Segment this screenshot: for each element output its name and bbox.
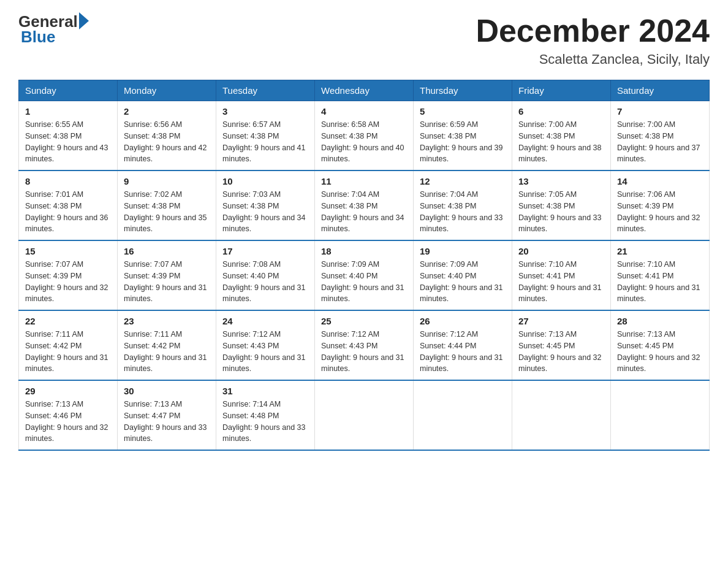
day-number: 29 bbox=[25, 386, 111, 396]
calendar-day-cell: 23 Sunrise: 7:11 AMSunset: 4:42 PMDaylig… bbox=[118, 310, 216, 380]
day-info: Sunrise: 6:57 AMSunset: 4:38 PMDaylight:… bbox=[222, 119, 308, 165]
day-number: 7 bbox=[617, 106, 703, 117]
day-number: 31 bbox=[222, 386, 308, 396]
weekday-header-thursday: Thursday bbox=[414, 80, 512, 101]
day-info: Sunrise: 7:00 AMSunset: 4:38 PMDaylight:… bbox=[518, 119, 604, 165]
day-number: 3 bbox=[222, 106, 308, 117]
weekday-header-wednesday: Wednesday bbox=[315, 80, 414, 101]
day-number: 20 bbox=[518, 246, 604, 256]
day-number: 12 bbox=[420, 176, 506, 186]
day-number: 8 bbox=[25, 176, 111, 186]
calendar-week-row: 15 Sunrise: 7:07 AMSunset: 4:39 PMDaylig… bbox=[19, 240, 710, 310]
day-number: 18 bbox=[321, 246, 407, 256]
day-number: 21 bbox=[617, 246, 703, 256]
day-info: Sunrise: 7:13 AMSunset: 4:45 PMDaylight:… bbox=[617, 329, 703, 375]
logo: General Blue bbox=[18, 12, 89, 47]
day-info: Sunrise: 7:09 AMSunset: 4:40 PMDaylight:… bbox=[420, 259, 506, 305]
weekday-header-saturday: Saturday bbox=[611, 80, 710, 101]
calendar-day-cell bbox=[414, 380, 512, 450]
day-info: Sunrise: 7:12 AMSunset: 4:44 PMDaylight:… bbox=[420, 329, 506, 375]
calendar-day-cell: 22 Sunrise: 7:11 AMSunset: 4:42 PMDaylig… bbox=[19, 310, 118, 380]
calendar-day-cell: 21 Sunrise: 7:10 AMSunset: 4:41 PMDaylig… bbox=[611, 240, 710, 310]
page-header: General Blue December 2024 Scaletta Zanc… bbox=[18, 12, 710, 67]
calendar-day-cell: 12 Sunrise: 7:04 AMSunset: 4:38 PMDaylig… bbox=[414, 170, 512, 240]
day-info: Sunrise: 7:14 AMSunset: 4:48 PMDaylight:… bbox=[222, 399, 308, 445]
calendar-week-row: 8 Sunrise: 7:01 AMSunset: 4:38 PMDayligh… bbox=[19, 170, 710, 240]
day-info: Sunrise: 7:10 AMSunset: 4:41 PMDaylight:… bbox=[617, 259, 703, 305]
day-info: Sunrise: 7:13 AMSunset: 4:45 PMDaylight:… bbox=[518, 329, 604, 375]
day-number: 15 bbox=[25, 246, 111, 256]
calendar-day-cell: 30 Sunrise: 7:13 AMSunset: 4:47 PMDaylig… bbox=[118, 380, 216, 450]
day-info: Sunrise: 7:05 AMSunset: 4:38 PMDaylight:… bbox=[518, 189, 604, 235]
day-info: Sunrise: 7:01 AMSunset: 4:38 PMDaylight:… bbox=[25, 189, 111, 235]
day-number: 11 bbox=[321, 176, 407, 186]
calendar-day-cell: 31 Sunrise: 7:14 AMSunset: 4:48 PMDaylig… bbox=[216, 380, 315, 450]
day-info: Sunrise: 7:00 AMSunset: 4:38 PMDaylight:… bbox=[617, 119, 703, 165]
calendar-day-cell: 17 Sunrise: 7:08 AMSunset: 4:40 PMDaylig… bbox=[216, 240, 315, 310]
weekday-header-tuesday: Tuesday bbox=[216, 80, 315, 101]
calendar-day-cell: 7 Sunrise: 7:00 AMSunset: 4:38 PMDayligh… bbox=[611, 101, 710, 171]
day-number: 25 bbox=[321, 316, 407, 326]
day-info: Sunrise: 7:12 AMSunset: 4:43 PMDaylight:… bbox=[321, 329, 407, 375]
day-number: 27 bbox=[518, 316, 604, 326]
day-info: Sunrise: 7:10 AMSunset: 4:41 PMDaylight:… bbox=[518, 259, 604, 305]
calendar-day-cell: 26 Sunrise: 7:12 AMSunset: 4:44 PMDaylig… bbox=[414, 310, 512, 380]
weekday-header-sunday: Sunday bbox=[19, 80, 118, 101]
day-number: 24 bbox=[222, 316, 308, 326]
calendar-day-cell bbox=[512, 380, 611, 450]
day-number: 28 bbox=[617, 316, 703, 326]
calendar-week-row: 29 Sunrise: 7:13 AMSunset: 4:46 PMDaylig… bbox=[19, 380, 710, 450]
day-number: 1 bbox=[25, 106, 111, 117]
day-info: Sunrise: 7:11 AMSunset: 4:42 PMDaylight:… bbox=[25, 329, 111, 375]
calendar-day-cell: 11 Sunrise: 7:04 AMSunset: 4:38 PMDaylig… bbox=[315, 170, 414, 240]
day-info: Sunrise: 7:13 AMSunset: 4:46 PMDaylight:… bbox=[25, 399, 111, 445]
day-info: Sunrise: 7:04 AMSunset: 4:38 PMDaylight:… bbox=[321, 189, 407, 235]
day-info: Sunrise: 7:03 AMSunset: 4:38 PMDaylight:… bbox=[222, 189, 308, 235]
day-number: 4 bbox=[321, 106, 407, 117]
day-info: Sunrise: 6:59 AMSunset: 4:38 PMDaylight:… bbox=[420, 119, 506, 165]
calendar-day-cell: 6 Sunrise: 7:00 AMSunset: 4:38 PMDayligh… bbox=[512, 101, 611, 171]
day-number: 5 bbox=[420, 106, 506, 117]
weekday-header-row: SundayMondayTuesdayWednesdayThursdayFrid… bbox=[19, 80, 710, 101]
calendar-week-row: 1 Sunrise: 6:55 AMSunset: 4:38 PMDayligh… bbox=[19, 101, 710, 171]
calendar-day-cell: 16 Sunrise: 7:07 AMSunset: 4:39 PMDaylig… bbox=[118, 240, 216, 310]
day-info: Sunrise: 7:04 AMSunset: 4:38 PMDaylight:… bbox=[420, 189, 506, 235]
calendar-week-row: 22 Sunrise: 7:11 AMSunset: 4:42 PMDaylig… bbox=[19, 310, 710, 380]
day-info: Sunrise: 6:56 AMSunset: 4:38 PMDaylight:… bbox=[124, 119, 210, 165]
day-info: Sunrise: 6:58 AMSunset: 4:38 PMDaylight:… bbox=[321, 119, 407, 165]
calendar-day-cell: 9 Sunrise: 7:02 AMSunset: 4:38 PMDayligh… bbox=[118, 170, 216, 240]
day-info: Sunrise: 7:06 AMSunset: 4:39 PMDaylight:… bbox=[617, 189, 703, 235]
calendar-day-cell: 5 Sunrise: 6:59 AMSunset: 4:38 PMDayligh… bbox=[414, 101, 512, 171]
day-info: Sunrise: 6:55 AMSunset: 4:38 PMDaylight:… bbox=[25, 119, 111, 165]
day-number: 17 bbox=[222, 246, 308, 256]
calendar-day-cell: 10 Sunrise: 7:03 AMSunset: 4:38 PMDaylig… bbox=[216, 170, 315, 240]
day-info: Sunrise: 7:11 AMSunset: 4:42 PMDaylight:… bbox=[124, 329, 210, 375]
day-number: 6 bbox=[518, 106, 604, 117]
logo-blue-text: Blue bbox=[21, 28, 89, 47]
calendar-day-cell: 8 Sunrise: 7:01 AMSunset: 4:38 PMDayligh… bbox=[19, 170, 118, 240]
day-info: Sunrise: 7:02 AMSunset: 4:38 PMDaylight:… bbox=[124, 189, 210, 235]
title-area: December 2024 Scaletta Zanclea, Sicily, … bbox=[476, 12, 710, 67]
day-number: 2 bbox=[124, 106, 210, 117]
day-info: Sunrise: 7:12 AMSunset: 4:43 PMDaylight:… bbox=[222, 329, 308, 375]
calendar-day-cell: 13 Sunrise: 7:05 AMSunset: 4:38 PMDaylig… bbox=[512, 170, 611, 240]
calendar-day-cell: 15 Sunrise: 7:07 AMSunset: 4:39 PMDaylig… bbox=[19, 240, 118, 310]
calendar-day-cell: 27 Sunrise: 7:13 AMSunset: 4:45 PMDaylig… bbox=[512, 310, 611, 380]
calendar-day-cell: 29 Sunrise: 7:13 AMSunset: 4:46 PMDaylig… bbox=[19, 380, 118, 450]
day-number: 23 bbox=[124, 316, 210, 326]
day-number: 16 bbox=[124, 246, 210, 256]
calendar-day-cell: 14 Sunrise: 7:06 AMSunset: 4:39 PMDaylig… bbox=[611, 170, 710, 240]
month-title: December 2024 bbox=[476, 12, 710, 49]
calendar-day-cell bbox=[611, 380, 710, 450]
weekday-header-monday: Monday bbox=[118, 80, 216, 101]
calendar-day-cell bbox=[315, 380, 414, 450]
calendar-day-cell: 18 Sunrise: 7:09 AMSunset: 4:40 PMDaylig… bbox=[315, 240, 414, 310]
calendar-table: SundayMondayTuesdayWednesdayThursdayFrid… bbox=[18, 80, 710, 451]
calendar-day-cell: 28 Sunrise: 7:13 AMSunset: 4:45 PMDaylig… bbox=[611, 310, 710, 380]
calendar-day-cell: 2 Sunrise: 6:56 AMSunset: 4:38 PMDayligh… bbox=[118, 101, 216, 171]
calendar-body: 1 Sunrise: 6:55 AMSunset: 4:38 PMDayligh… bbox=[19, 101, 710, 451]
calendar-day-cell: 19 Sunrise: 7:09 AMSunset: 4:40 PMDaylig… bbox=[414, 240, 512, 310]
calendar-day-cell: 3 Sunrise: 6:57 AMSunset: 4:38 PMDayligh… bbox=[216, 101, 315, 171]
day-number: 10 bbox=[222, 176, 308, 186]
calendar-header: SundayMondayTuesdayWednesdayThursdayFrid… bbox=[19, 80, 710, 101]
